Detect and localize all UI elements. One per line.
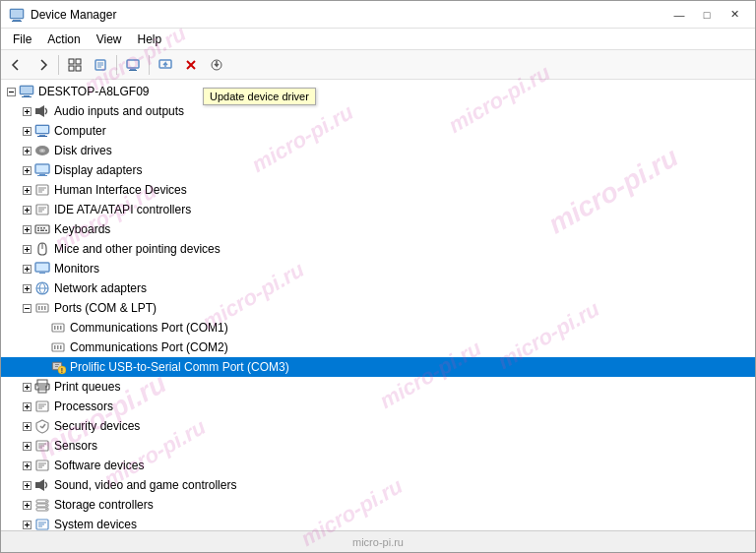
expand-icon-disk[interactable] [21, 145, 32, 156]
tree-item-system[interactable]: System devices [1, 515, 755, 530]
tree-item-proc[interactable]: Processors [1, 397, 755, 416]
expand-icon-hid[interactable] [21, 184, 32, 196]
svg-rect-28 [35, 108, 39, 114]
expand-icon-monitors[interactable] [21, 263, 32, 275]
item-label-storage: Storage controllers [54, 498, 154, 512]
svg-rect-93 [41, 306, 43, 310]
svg-point-42 [41, 150, 43, 151]
expand-icon-sensors[interactable] [21, 440, 32, 452]
svg-rect-2 [12, 21, 22, 22]
expand-icon-keyboards[interactable] [21, 223, 32, 235]
expand-icon-com3[interactable] [36, 361, 48, 373]
item-label-com2: Communications Port (COM2) [70, 340, 228, 354]
remove-device-button[interactable] [179, 53, 203, 77]
item-label-audio: Audio inputs and outputs [54, 104, 184, 118]
menu-help[interactable]: Help [130, 31, 170, 48]
device-icon-storage [34, 497, 50, 513]
maximize-button[interactable]: □ [694, 5, 720, 25]
status-bar: micro-pi.ru [1, 530, 755, 552]
svg-rect-72 [40, 230, 44, 232]
tree-item-hid[interactable]: Human Interface Devices [1, 180, 755, 200]
properties-button[interactable] [89, 53, 112, 77]
expand-icon-ide[interactable] [21, 204, 32, 215]
rollback-driver-button[interactable] [205, 53, 228, 77]
tree-item-mice[interactable]: Mice and other pointing devices [1, 239, 755, 259]
expand-icon-security[interactable] [21, 420, 32, 432]
svg-rect-6 [69, 66, 74, 71]
svg-rect-71 [37, 230, 39, 232]
tree-item-keyboards[interactable]: Keyboards [1, 219, 755, 239]
tree-item-storage[interactable]: Storage controllers [1, 495, 755, 515]
tree-item-computer[interactable]: Computer [1, 121, 755, 141]
device-manager-window: Device Manager — □ ✕ File Action View He… [0, 0, 756, 553]
tree-item-monitors[interactable]: Monitors [1, 259, 755, 278]
item-label-com1: Communications Port (COM1) [70, 321, 228, 335]
expand-icon-audio[interactable] [21, 105, 32, 117]
svg-rect-5 [76, 59, 81, 64]
item-label-disk: Disk drives [54, 144, 112, 157]
device-icon-ports [34, 300, 50, 316]
expand-icon-storage[interactable] [21, 499, 32, 511]
close-button[interactable]: ✕ [722, 5, 747, 25]
expand-icon-ports[interactable] [21, 302, 32, 314]
menu-view[interactable]: View [89, 31, 130, 48]
tree-item-network[interactable]: Network adapters [1, 278, 755, 298]
tree-item-root[interactable]: DESKTOP-A8LGF09 [1, 82, 755, 101]
expand-icon-software[interactable] [21, 460, 32, 471]
device-icon-monitors [34, 261, 50, 276]
tree-item-com2[interactable]: Communications Port (COM2) [1, 338, 755, 357]
device-tree[interactable]: DESKTOP-A8LGF09 Audio inputs and outputs… [1, 80, 755, 530]
expand-icon-print[interactable] [21, 381, 32, 393]
item-label-security: Security devices [54, 419, 140, 433]
back-button[interactable] [5, 53, 29, 77]
device-icon-hid [34, 182, 50, 198]
forward-button[interactable] [31, 53, 54, 77]
tree-item-sound[interactable]: Sound, video and game controllers [1, 475, 755, 495]
item-label-com3: Prolific USB-to-Serial Comm Port (COM3) [70, 360, 289, 374]
item-label-ports: Ports (COM & LPT) [54, 301, 157, 315]
tree-item-security[interactable]: Security devices [1, 416, 755, 436]
item-label-ide: IDE ATA/ATAPI controllers [54, 203, 191, 216]
tree-item-com3[interactable]: ! Prolific USB-to-Serial Comm Port (COM3… [1, 357, 755, 377]
item-label-display: Display adapters [54, 163, 142, 177]
expand-icon-network[interactable] [21, 282, 32, 294]
expand-icon-mice[interactable] [21, 243, 32, 255]
scan-button[interactable] [121, 53, 145, 77]
device-icon-com3: ! [50, 359, 66, 375]
expand-icon-display[interactable] [21, 164, 32, 176]
menu-file[interactable]: File [5, 31, 39, 48]
expand-icon-root[interactable] [5, 86, 17, 97]
device-icon-network [34, 280, 50, 296]
update-driver-button[interactable] [154, 53, 177, 77]
expand-icon-system[interactable] [21, 519, 32, 530]
expand-icon-com2[interactable] [36, 341, 48, 353]
tree-item-print[interactable]: Print queues [1, 377, 755, 397]
expand-icon-computer[interactable] [21, 125, 32, 137]
tree-item-disk[interactable]: Disk drives [1, 141, 755, 160]
device-icon-keyboards [34, 221, 50, 237]
tree-item-audio[interactable]: Audio inputs and outputs [1, 101, 755, 121]
tree-item-software[interactable]: Software devices [1, 456, 755, 475]
svg-rect-106 [55, 366, 58, 367]
tree-item-ide[interactable]: IDE ATA/ATAPI controllers [1, 200, 755, 219]
expand-icon-proc[interactable] [21, 400, 32, 412]
item-label-keyboards: Keyboards [54, 222, 110, 236]
tree-item-com1[interactable]: Communications Port (COM1) [1, 318, 755, 338]
tree-item-ports[interactable]: Ports (COM & LPT) [1, 298, 755, 318]
svg-point-154 [45, 505, 47, 507]
device-icon-print [34, 379, 50, 395]
tree-item-sensors[interactable]: Sensors [1, 436, 755, 456]
device-icon-com2 [50, 339, 66, 355]
show-hidden-button[interactable] [63, 53, 87, 77]
svg-rect-97 [57, 326, 59, 330]
device-icon-mice [34, 241, 50, 257]
svg-rect-67 [35, 225, 49, 233]
tree-item-display[interactable]: Display adapters [1, 160, 755, 180]
menu-action[interactable]: Action [39, 31, 88, 48]
expand-icon-sound[interactable] [21, 479, 32, 491]
minimize-button[interactable]: — [666, 5, 692, 25]
svg-rect-145 [35, 482, 39, 488]
svg-rect-49 [37, 175, 47, 176]
expand-icon-com1[interactable] [36, 322, 48, 334]
svg-rect-22 [21, 87, 32, 93]
